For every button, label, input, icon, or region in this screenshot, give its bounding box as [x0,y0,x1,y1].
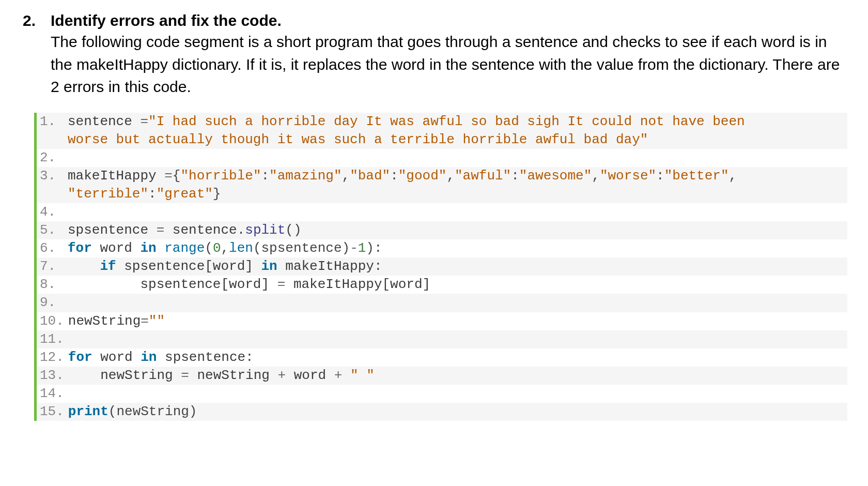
question-body: The following code segment is a short pr… [51,31,847,98]
code-token: ( [205,240,213,256]
code-content [68,294,847,312]
code-token: } [213,186,221,202]
code-token: , [592,168,600,184]
code-token: + [334,368,350,383]
code-token: print [68,404,109,419]
line-number: 15. [37,403,68,421]
code-token: "awful" [455,168,511,184]
code-token: makeItHappy[word] [293,277,430,292]
line-number: 12. [37,348,68,367]
code-line: 8. spsentence[word] = makeItHappy[word] [37,276,847,294]
code-token: = [277,277,293,292]
code-token: , [729,168,737,184]
code-token: for [68,350,100,365]
code-line: 1.sentence ="I had such a horrible day I… [37,113,847,131]
code-token: + [278,368,294,383]
code-token: , [446,168,455,184]
code-line: "terrible":"great"} [37,185,847,203]
code-token: in [140,240,164,256]
code-token: spsentence [68,222,157,238]
question-header: 2. Identify errors and fix the code. [21,10,847,31]
line-number: 9. [37,294,68,312]
code-token: "bad" [350,168,390,184]
line-number: 3. [37,167,68,185]
code-token [68,331,76,347]
line-number: 11. [37,330,68,348]
code-token: "great" [157,186,213,202]
code-token: newString [197,368,277,383]
code-content: newString = newString + word + " " [68,367,847,385]
code-token: "worse" [600,168,656,184]
code-content: newString="" [68,312,847,330]
code-token: : [148,186,157,202]
code-token: () [285,222,301,238]
code-line: 14. [37,385,847,403]
code-line: 12.for word in spsentence: [37,348,847,367]
code-token [68,204,76,220]
code-token: "I had such a horrible day It was awful … [148,114,753,129]
code-token: len [229,240,253,256]
code-content: for word in range(0,len(spsentence)-1): [68,239,847,257]
code-line: 4. [37,203,847,221]
code-line: 9. [37,294,847,312]
code-content [68,203,847,221]
code-line: worse but actually though it was such a … [37,131,847,149]
code-token: : [374,259,382,274]
line-number: 2. [37,149,68,167]
code-token: = [141,313,149,329]
code-token: spsentence[word] [124,259,261,274]
line-number: 5. [37,221,68,239]
code-token: (spsentence) [253,240,350,256]
line-number: 7. [37,257,68,276]
code-token: : [511,168,519,184]
code-token: word [100,240,140,256]
code-token: in [141,350,165,365]
code-content [68,385,847,403]
code-token: "awesome" [519,168,592,184]
code-token: newString [68,313,141,329]
code-token: : [261,168,269,184]
document-page: 2. Identify errors and fix the code. The… [0,0,868,486]
code-line: 15.print(newString) [37,403,847,421]
code-line: 6.for word in range(0,len(spsentence)-1)… [37,239,847,257]
code-token: (newString) [109,404,197,419]
code-content [68,149,847,167]
code-token: "better" [664,168,729,184]
code-token: " " [350,368,375,383]
code-token: for [68,240,100,256]
code-token: newString [68,368,181,383]
code-content: spsentence = sentence.split() [68,221,847,239]
code-content: print(newString) [68,403,847,421]
code-token: "" [149,313,165,329]
code-token: "good" [398,168,447,184]
code-token: : [390,168,398,184]
code-token: , [221,240,229,256]
line-number: 10. [37,312,68,330]
code-token: sentence [68,114,140,129]
code-token [68,150,76,165]
code-line: 13. newString = newString + word + " " [37,367,847,385]
line-number [37,131,68,149]
question-number: 2. [21,10,51,31]
code-token: word [294,368,334,383]
code-line: 10.newString="" [37,312,847,330]
code-token: sentence [173,222,237,238]
code-token: "terrible" [68,186,148,202]
code-token: 1 [358,240,366,256]
line-number: 4. [37,203,68,221]
code-token: . [237,222,245,238]
code-token: makeItHappy [285,259,374,274]
code-token: - [350,240,358,256]
code-line: 7. if spsentence[word] in makeItHappy: [37,257,847,276]
code-content: spsentence[word] = makeItHappy[word] [68,276,847,294]
code-token: : [245,350,254,365]
code-line: 3.makeItHappy ={"horrible":"amazing","ba… [37,167,847,185]
code-content: makeItHappy ={"horrible":"amazing","bad"… [68,167,847,185]
code-token: if [100,259,124,274]
code-token: split [245,222,285,238]
line-number: 8. [37,276,68,294]
line-number: 6. [37,239,68,257]
code-token [68,295,76,310]
code-token: = [140,114,148,129]
code-token: = [157,222,173,238]
